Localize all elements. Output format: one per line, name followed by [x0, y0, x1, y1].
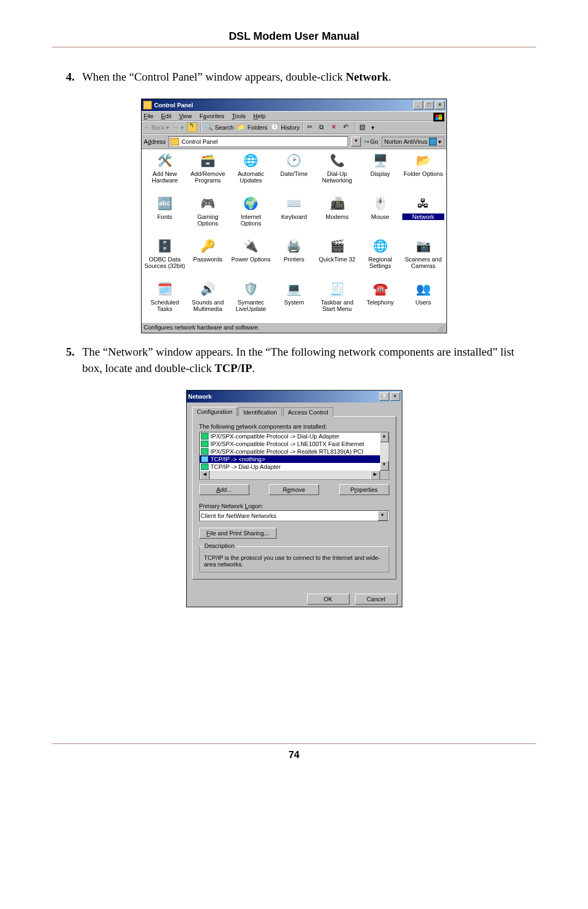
cp-item-icon: 🔌 — [243, 238, 259, 254]
cp-item-internet-options[interactable]: 🌍Internet Options — [230, 196, 272, 236]
cancel-button[interactable]: Cancel — [355, 594, 397, 605]
cp-item-telephony[interactable]: ☎️Telephony — [359, 281, 401, 322]
cp-item-gaming-options[interactable]: 🎮Gaming Options — [187, 196, 229, 236]
tab-access-control[interactable]: Access Control — [283, 407, 333, 417]
search-button[interactable]: Search — [205, 123, 234, 132]
delete-icon[interactable] — [331, 123, 340, 132]
component-row[interactable]: IPX/SPX-compatible Protocol -> Dial-Up A… — [200, 432, 380, 440]
component-row[interactable]: IPX/SPX-compatible Protocol -> LNE100TX … — [200, 440, 380, 448]
cp-item-keyboard[interactable]: ⌨️Keyboard — [273, 196, 315, 236]
control-panel-titlebar[interactable]: Control Panel _ □ × — [142, 99, 446, 111]
cp-item-users[interactable]: 👥Users — [402, 281, 444, 322]
cp-item-system[interactable]: 💻System — [273, 281, 315, 322]
scroll-left-button[interactable]: ◀ — [200, 471, 210, 480]
views-icon[interactable] — [359, 123, 368, 132]
cp-item-label: QuickTime 32 — [316, 256, 358, 263]
cp-item-label: Telephony — [359, 299, 401, 306]
cp-item-label: Printers — [273, 256, 315, 263]
close-button[interactable]: × — [435, 101, 445, 109]
cp-item-icon: 👥 — [415, 281, 431, 297]
forward-button[interactable]: → ▾ — [173, 124, 183, 131]
cp-item-regional-settings[interactable]: 🌐Regional Settings — [359, 238, 401, 279]
minimize-button[interactable]: _ — [413, 101, 423, 109]
cp-item-add-remove-programs[interactable]: 🗃️Add/Remove Programs — [187, 152, 229, 193]
go-button[interactable]: Go — [364, 138, 378, 145]
resize-grip-icon[interactable] — [437, 324, 444, 332]
file-print-sharing-button[interactable]: File and Print Sharing... — [199, 528, 277, 539]
cp-item-icon: 💻 — [286, 281, 302, 297]
menu-favorites[interactable]: Favorites — [199, 113, 224, 119]
menu-edit[interactable]: Edit — [161, 113, 171, 119]
network-dialog: Network ? × Configuration Identification… — [186, 390, 402, 607]
network-titlebar[interactable]: Network ? × — [187, 391, 402, 402]
help-button[interactable]: ? — [379, 392, 389, 401]
vertical-scrollbar[interactable]: ▲ ▼ — [380, 432, 389, 471]
cp-item-scanners-and-cameras[interactable]: 📷Scanners and Cameras — [402, 238, 444, 279]
ok-button[interactable]: OK — [307, 594, 350, 605]
cp-item-power-options[interactable]: 🔌Power Options — [230, 238, 272, 279]
control-panel-window: Control Panel _ □ × File Edit View Favor… — [141, 99, 447, 333]
cp-item-add-new-hardware[interactable]: 🛠️Add New Hardware — [144, 152, 186, 193]
menu-help[interactable]: Help — [253, 113, 266, 119]
protocol-icon — [201, 433, 209, 440]
cp-item-scheduled-tasks[interactable]: 🗓️Scheduled Tasks — [144, 281, 186, 322]
scroll-right-button[interactable]: ▶ — [370, 471, 380, 480]
scroll-down-button[interactable]: ▼ — [380, 461, 389, 471]
undo-icon[interactable] — [343, 123, 352, 132]
menu-tools[interactable]: Tools — [232, 113, 246, 119]
cp-item-display[interactable]: 🖥️Display — [359, 152, 401, 193]
up-button[interactable] — [187, 123, 197, 132]
folders-icon — [237, 123, 246, 132]
cp-item-folder-options[interactable]: 📂Folder Options — [402, 152, 444, 193]
cp-item-label: Date/Time — [273, 170, 315, 177]
menu-view[interactable]: View — [179, 113, 192, 119]
tab-configuration[interactable]: Configuration — [192, 407, 237, 417]
cp-item-automatic-updates[interactable]: 🌐Automatic Updates — [230, 152, 272, 193]
history-button[interactable]: History — [271, 123, 299, 132]
scroll-up-button[interactable]: ▲ — [380, 432, 389, 442]
folders-button[interactable]: Folders — [237, 123, 267, 132]
cp-item-taskbar-and-start-menu[interactable]: 🧾Taskbar and Start Menu — [316, 281, 358, 322]
component-row[interactable]: TCP/IP -> <nothing> — [200, 455, 380, 463]
cp-item-symantec-liveupdate[interactable]: 🛡️Symantec LiveUpdate — [230, 281, 272, 322]
network-close-button[interactable]: × — [390, 392, 400, 401]
copy-icon[interactable] — [319, 123, 328, 132]
cp-item-date-time[interactable]: 🕑Date/Time — [273, 152, 315, 193]
cp-item-label: Keyboard — [273, 213, 315, 220]
remove-button[interactable]: Remove — [269, 484, 319, 495]
components-label: The following network components are ins… — [199, 423, 389, 430]
cp-item-quicktime-32[interactable]: 🎬QuickTime 32 — [316, 238, 358, 279]
cp-item-printers[interactable]: 🖨️Printers — [273, 238, 315, 279]
maximize-button[interactable]: □ — [424, 101, 434, 109]
cp-item-icon: 🖱️ — [372, 196, 388, 212]
horizontal-scrollbar[interactable]: ◀ ▶ — [200, 471, 380, 479]
menu-file[interactable]: File — [144, 113, 154, 119]
cp-item-dial-up-networking[interactable]: 📞Dial-Up Networking — [316, 152, 358, 193]
cp-item-label: Scanners and Cameras — [402, 256, 444, 269]
primary-logon-dropdown-button[interactable]: ▼ — [378, 511, 388, 521]
cp-item-icon: 🗃️ — [200, 152, 216, 169]
cp-item-sounds-and-multimedia[interactable]: 🔊Sounds and Multimedia — [187, 281, 229, 322]
cp-item-label: Mouse — [359, 213, 401, 220]
cp-item-odbc-data-sources-32bit-[interactable]: 🗄️ODBC Data Sources (32bit) — [144, 238, 186, 279]
components-listbox[interactable]: IPX/SPX-compatible Protocol -> Dial-Up A… — [199, 432, 389, 480]
cp-item-mouse[interactable]: 🖱️Mouse — [359, 196, 401, 236]
component-row[interactable]: IPX/SPX-compatible Protocol -> Realtek R… — [200, 448, 380, 455]
properties-button[interactable]: Properties — [339, 484, 389, 495]
add-button[interactable]: Add... — [199, 484, 249, 495]
address-combo[interactable]: Control Panel — [169, 136, 348, 147]
cp-item-fonts[interactable]: 🔤Fonts — [144, 196, 186, 236]
cp-item-icon: 🖧 — [415, 196, 431, 212]
address-dropdown-button[interactable]: ▼ — [351, 137, 361, 147]
tab-identification[interactable]: Identification — [238, 407, 282, 417]
cp-item-network[interactable]: 🖧Network — [402, 196, 444, 236]
cp-item-icon: 🖨️ — [286, 238, 302, 254]
component-row[interactable]: TCP/IP -> Dial-Up Adapter — [200, 463, 380, 471]
norton-antivirus-toolbar[interactable]: Norton AntiVirus ▾ — [382, 137, 444, 147]
cp-item-passwords[interactable]: 🔑Passwords — [187, 238, 229, 279]
cp-item-modems[interactable]: 📠Modems — [316, 196, 358, 236]
cut-icon[interactable] — [307, 123, 316, 132]
back-button[interactable]: ← Back ▾ — [144, 124, 169, 131]
primary-logon-combo[interactable]: Client for NetWare Networks ▼ — [199, 510, 389, 521]
cp-item-label: Users — [402, 299, 444, 306]
